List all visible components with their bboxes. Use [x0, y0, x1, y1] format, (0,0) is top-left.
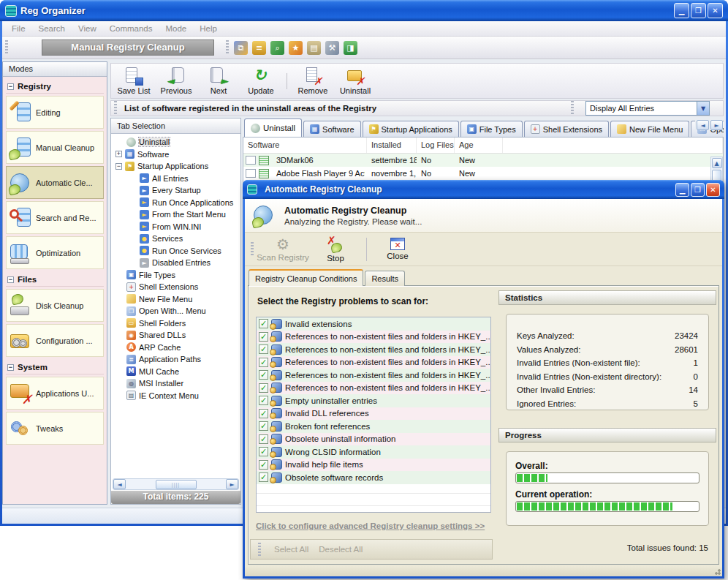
tab-file-types[interactable]: ▣File Types	[460, 121, 523, 137]
dialog-minimize-button[interactable]: ▁	[675, 183, 689, 197]
table-header[interactable]: Software Installed Log Files... Age	[243, 138, 723, 154]
tree-horizontal-scrollbar[interactable]: ◄ |||| ►	[113, 478, 239, 490]
uninstall-button[interactable]: ✗ Uninstall	[334, 65, 376, 97]
checkbox-checked[interactable]: ✓	[259, 358, 268, 367]
tree-item-run-once-applications[interactable]: ►Run Once Applications	[111, 197, 240, 209]
tree-item-file-types[interactable]: ▣File Types	[111, 269, 240, 282]
close-button[interactable]: ✕	[708, 3, 723, 18]
tab-startup-applications[interactable]: ⚑Startup Applications	[363, 121, 459, 137]
select-all-button[interactable]: Select All	[274, 545, 308, 554]
maximize-button[interactable]: ❒	[691, 3, 706, 18]
collapse-icon[interactable]: −	[7, 276, 14, 283]
condition-item[interactable]: ✓References to non-existent files and fo…	[257, 356, 490, 369]
menu-mode[interactable]: Mode	[159, 22, 194, 35]
checkbox-checked[interactable]: ✓	[259, 447, 268, 456]
tree-item-uninstall[interactable]: Uninstall	[111, 136, 240, 148]
tree-item-ie-context-menu[interactable]: ▤IE Context Menu	[111, 390, 240, 402]
checkbox-checked[interactable]: ✓	[259, 409, 268, 418]
scan-registry-button[interactable]: ⚙ Scan Registry	[257, 234, 309, 265]
advanced-settings-link[interactable]: Click to configure advanced Registry cle…	[256, 521, 494, 530]
checkbox-checked[interactable]: ✓	[259, 383, 268, 393]
favorites-icon[interactable]: ★	[289, 41, 303, 55]
previous-button[interactable]: ◄ Previous	[155, 65, 197, 97]
row-checkbox[interactable]	[246, 169, 256, 178]
close-dialog-button[interactable]: ✕ Close	[371, 234, 424, 265]
connect-icon[interactable]: ⧉	[234, 41, 248, 55]
checkbox-checked[interactable]: ✓	[259, 396, 268, 405]
mode-item-search-replace[interactable]: Search and Re...	[6, 201, 104, 234]
tree-item-mui-cache[interactable]: MMUI Cache	[111, 366, 240, 378]
mode-item-automatic-cleanup[interactable]: Automatic Cle...	[6, 166, 104, 199]
next-button[interactable]: ► Next	[197, 65, 240, 97]
checkbox-checked[interactable]: ✓	[259, 434, 268, 444]
tree-item-shell-extensions[interactable]: +Shell Extensions	[111, 281, 240, 293]
checkbox-checked[interactable]: ✓	[259, 332, 268, 342]
footer-grip[interactable]	[258, 543, 261, 556]
mode-item-configuration[interactable]: Configuration ...	[6, 324, 104, 357]
condition-item[interactable]: ✓Broken font references	[257, 420, 490, 433]
toolbar-grip[interactable]	[5, 40, 8, 55]
current-mode-button[interactable]: Manual Registry Cleanup	[42, 39, 214, 56]
tree-item-shared-dlls[interactable]: ◉Shared DLLs	[111, 329, 240, 342]
menu-view[interactable]: View	[72, 22, 103, 35]
dialog-close-button[interactable]: ✕	[706, 183, 720, 197]
group-system[interactable]: − System	[6, 359, 104, 374]
tab-uninstall[interactable]: Uninstall	[244, 118, 302, 137]
checkbox-checked[interactable]: ✓	[259, 421, 268, 431]
chevron-down-icon[interactable]: ▼	[697, 102, 709, 115]
tab-shell-extensions[interactable]: +Shell Extensions	[524, 121, 609, 137]
update-button[interactable]: ↻ Update	[240, 65, 282, 97]
checkbox-checked[interactable]: ✓	[259, 344, 268, 354]
condition-item[interactable]: ✓References to non-existent files and fo…	[257, 369, 490, 382]
mode-item-applications-uninstall[interactable]: ✗ Applications U...	[6, 377, 104, 410]
main-titlebar[interactable]: Reg Organizer ▁ ❒ ✕	[0, 0, 728, 21]
checkbox-checked[interactable]: ✓	[259, 460, 268, 470]
condition-item[interactable]: ✓Obsolete uninstall information	[257, 433, 490, 446]
tree-item-all-entries[interactable]: ►All Entries	[111, 173, 240, 185]
tree-item-startup-applications[interactable]: −⚑Startup Applications	[111, 160, 240, 173]
tree-item-msi-installer[interactable]: ◍MSI Installer	[111, 377, 240, 390]
tabs-scroll-left-icon[interactable]: ◄	[697, 120, 709, 130]
condition-item[interactable]: ✓Invalid help file items	[257, 459, 490, 472]
minimize-button[interactable]: ▁	[674, 3, 689, 18]
filter-grip[interactable]	[571, 101, 574, 116]
table-row[interactable]: 3DMark06 settembre 18... No New	[243, 154, 723, 167]
tree-item-every-startup[interactable]: ►Every Startup	[111, 184, 240, 197]
backup-icon[interactable]: ▤	[307, 41, 321, 55]
tree-item-run-once-services[interactable]: ●Run Once Services	[111, 245, 240, 257]
info-grip[interactable]	[114, 101, 117, 116]
group-registry[interactable]: − Registry	[6, 78, 104, 94]
scrollbar-thumb[interactable]: ||||	[156, 480, 197, 489]
tabs-scroll-right-icon[interactable]: ►	[710, 120, 723, 130]
condition-item[interactable]: ✓References to non-existent files and fo…	[257, 382, 490, 395]
tree-item-disabled-entries[interactable]: ►Disabled Entries	[111, 257, 240, 269]
scroll-up-icon[interactable]: ▲	[712, 158, 722, 168]
condition-item[interactable]: ✓Invalid DLL references	[257, 407, 490, 421]
exit-icon[interactable]: ◨	[344, 41, 357, 55]
tree-item-open-with-menu[interactable]: ❐Open With... Menu	[111, 305, 240, 317]
checkbox-checked[interactable]: ✓	[259, 319, 268, 328]
mode-item-tweaks[interactable]: Tweaks	[6, 412, 104, 445]
condition-item[interactable]: ✓Empty uninstaller entries	[257, 394, 490, 407]
dialog-titlebar[interactable]: Automatic Registry Cleanup ▁ ❒ ✕	[243, 180, 724, 199]
group-files[interactable]: − Files	[6, 271, 104, 287]
tab-registry-cleanup-conditions[interactable]: Registry Cleanup Conditions	[249, 269, 363, 286]
toolbar-grip2[interactable]	[226, 40, 229, 55]
tools-icon[interactable]: ⚒	[325, 41, 339, 55]
scroll-right-icon[interactable]: ►	[226, 479, 238, 489]
stop-button[interactable]: ✗ Stop	[309, 234, 362, 265]
condition-item[interactable]: ✓Wrong CLSID information	[257, 445, 490, 459]
tab-results[interactable]: Results	[365, 271, 405, 286]
mode-item-manual-cleanup[interactable]: Manual Cleanup	[6, 131, 104, 164]
tree-item-application-paths[interactable]: ≣Application Paths	[111, 353, 240, 366]
save-list-button[interactable]: Save List	[113, 65, 155, 97]
checkbox-checked[interactable]: ✓	[259, 472, 268, 482]
tree-item-software[interactable]: +▦Software	[111, 148, 240, 161]
mode-item-disk-cleanup[interactable]: Disk Cleanup	[6, 289, 104, 322]
dialog-maximize-button[interactable]: ❒	[691, 183, 705, 197]
registry-key-icon[interactable]: ≡	[252, 41, 266, 55]
scroll-left-icon[interactable]: ◄	[113, 479, 126, 489]
expand-icon[interactable]: +	[115, 151, 122, 157]
condition-item[interactable]: ✓References to non-existent files and fo…	[257, 331, 490, 344]
table-row[interactable]: Adobe Flash Player 9 ActiveX novembre 1,…	[243, 167, 723, 180]
